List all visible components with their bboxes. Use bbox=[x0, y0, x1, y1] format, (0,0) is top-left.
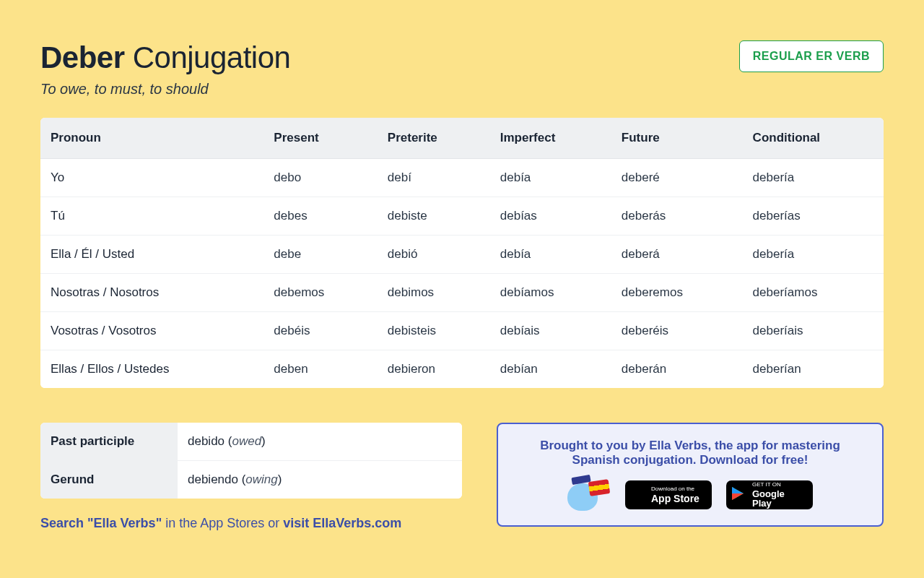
table-cell: debe bbox=[263, 236, 377, 274]
past-participle-value: debido (owed) bbox=[178, 423, 462, 461]
table-cell: debían bbox=[490, 350, 611, 389]
table-cell: deberéis bbox=[611, 312, 743, 350]
gerund-value: debiendo (owing) bbox=[178, 461, 462, 499]
conjugation-table: PronounPresentPreteriteImperfectFutureCo… bbox=[40, 118, 884, 388]
table-cell: deberíais bbox=[743, 312, 884, 350]
table-cell: Ella / Él / Usted bbox=[40, 236, 263, 274]
search-instructions: Search "Ella Verbs" in the App Stores or… bbox=[40, 516, 462, 531]
table-cell: Yo bbox=[40, 159, 263, 197]
table-row: Ellas / Ellos / Ustedesdebendebierondebí… bbox=[40, 350, 884, 389]
table-cell: Ellas / Ellos / Ustedes bbox=[40, 350, 263, 389]
verb-type-badge: REGULAR ER VERB bbox=[739, 40, 884, 72]
verb-translation: To owe, to must, to should bbox=[40, 81, 290, 98]
table-cell: debimos bbox=[378, 274, 490, 312]
table-row: Yodebodebídebíadeberédebería bbox=[40, 159, 884, 197]
table-cell: debiste bbox=[378, 197, 490, 236]
gerund-label: Gerund bbox=[40, 461, 178, 499]
column-header: Pronoun bbox=[40, 118, 263, 159]
table-cell: deberíamos bbox=[743, 274, 884, 312]
table-cell: deberían bbox=[743, 350, 884, 389]
table-row: Nosotras / Nosotrosdebemosdebimosdebíamo… bbox=[40, 274, 884, 312]
column-header: Present bbox=[263, 118, 377, 159]
table-cell: deberá bbox=[611, 236, 743, 274]
table-cell: deberé bbox=[611, 159, 743, 197]
participle-table: Past participle debido (owed) Gerund deb… bbox=[40, 423, 462, 499]
table-cell: debía bbox=[490, 159, 611, 197]
table-cell: debemos bbox=[263, 274, 377, 312]
table-row: Ella / Él / Usteddebedebiódebíadeberádeb… bbox=[40, 236, 884, 274]
google-play-icon bbox=[732, 487, 744, 500]
table-cell: debéis bbox=[263, 312, 377, 350]
table-row: Túdebesdebistedebíasdeberásdeberías bbox=[40, 197, 884, 236]
table-cell: debería bbox=[743, 159, 884, 197]
promo-box: Brought to you by Ella Verbs, the app fo… bbox=[497, 423, 884, 527]
table-cell: Vosotras / Vosotros bbox=[40, 312, 263, 350]
table-cell: debías bbox=[490, 197, 611, 236]
table-cell: debisteis bbox=[378, 312, 490, 350]
table-cell: debía bbox=[490, 236, 611, 274]
promo-text-line1: Brought to you by Ella Verbs, the app fo… bbox=[515, 439, 865, 453]
table-cell: deben bbox=[263, 350, 377, 389]
table-cell: deberemos bbox=[611, 274, 743, 312]
table-cell: debíamos bbox=[490, 274, 611, 312]
past-participle-label: Past participle bbox=[40, 423, 178, 461]
mascot-icon bbox=[567, 479, 611, 511]
table-row: Vosotras / Vosotrosdebéisdebisteisdebíai… bbox=[40, 312, 884, 350]
column-header: Conditional bbox=[743, 118, 884, 159]
table-cell: deberás bbox=[611, 197, 743, 236]
table-cell: debió bbox=[378, 236, 490, 274]
table-cell: debes bbox=[263, 197, 377, 236]
table-cell: Tú bbox=[40, 197, 263, 236]
title-suffix: Conjugation bbox=[133, 40, 291, 74]
table-cell: deberías bbox=[743, 197, 884, 236]
page-title: Deber Conjugation bbox=[40, 40, 290, 75]
column-header: Preterite bbox=[378, 118, 490, 159]
table-cell: debíais bbox=[490, 312, 611, 350]
table-cell: debería bbox=[743, 236, 884, 274]
table-cell: debí bbox=[378, 159, 490, 197]
promo-text-line2: Spanish conjugation. Download for free! bbox=[515, 453, 865, 467]
column-header: Future bbox=[611, 118, 743, 159]
google-play-badge[interactable]: GET IT ON Google Play bbox=[726, 480, 813, 509]
column-header: Imperfect bbox=[490, 118, 611, 159]
app-store-badge[interactable]: Download on the App Store bbox=[625, 480, 712, 509]
table-cell: Nosotras / Nosotros bbox=[40, 274, 263, 312]
table-cell: debieron bbox=[378, 350, 490, 389]
verb-name: Deber bbox=[40, 40, 125, 74]
table-cell: deberán bbox=[611, 350, 743, 389]
table-cell: debo bbox=[263, 159, 377, 197]
